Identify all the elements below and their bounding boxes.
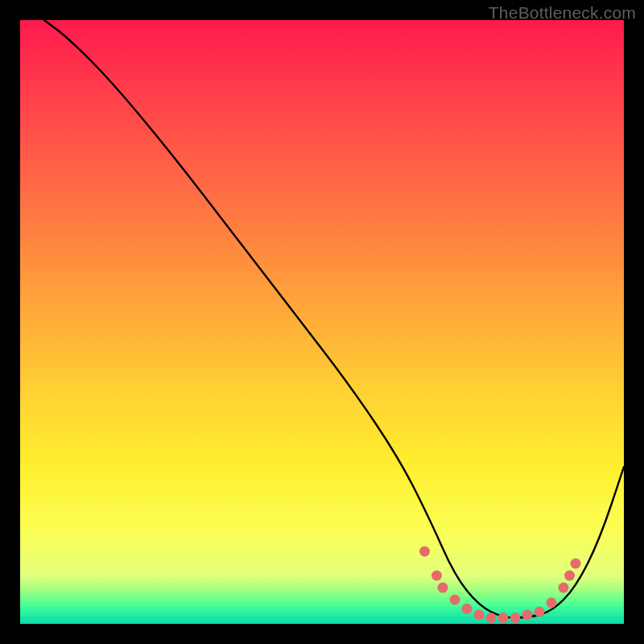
highlight-dot bbox=[559, 583, 569, 593]
highlight-dot bbox=[498, 613, 509, 623]
highlight-dot bbox=[510, 613, 521, 623]
highlight-dot bbox=[547, 597, 557, 608]
chart-frame bbox=[20, 20, 624, 624]
highlight-dot bbox=[474, 609, 485, 620]
highlight-dot bbox=[486, 613, 497, 623]
highlight-dot bbox=[419, 547, 430, 557]
highlight-dot bbox=[535, 607, 545, 617]
highlight-dot bbox=[438, 583, 448, 593]
chart-svg bbox=[20, 20, 624, 624]
highlight-dot bbox=[431, 571, 442, 581]
bottleneck-curve-line bbox=[44, 20, 624, 618]
highlight-dots-group bbox=[419, 547, 581, 624]
highlight-dot bbox=[450, 595, 460, 605]
highlight-dot bbox=[564, 571, 575, 581]
highlight-dot bbox=[522, 609, 533, 620]
highlight-dot bbox=[462, 604, 473, 614]
highlight-dot bbox=[571, 559, 581, 569]
